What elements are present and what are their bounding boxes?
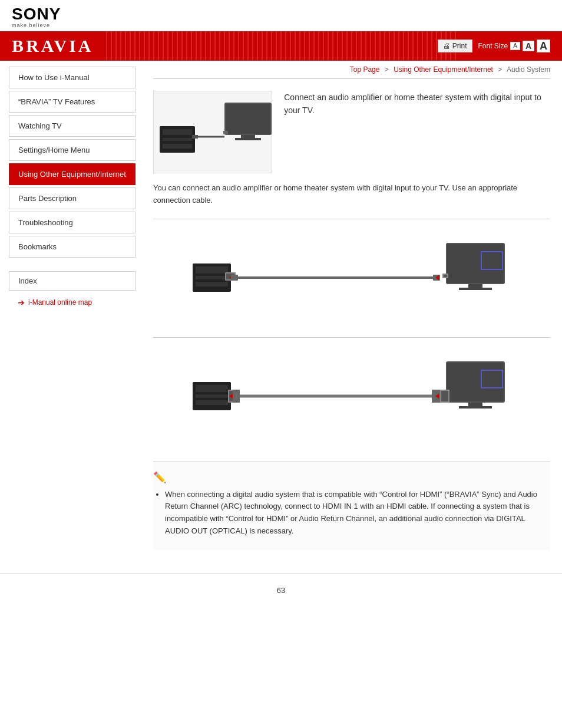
font-size-large-button[interactable]: A [537, 39, 550, 52]
body-description: You can connect an audio amplifier or ho… [153, 182, 550, 207]
sony-tagline: make.believe [12, 22, 61, 28]
main-layout: How to Use i-Manual “BRAVIA” TV Features… [0, 61, 562, 562]
sidebar-item-using-other-equipment[interactable]: Using Other Equipment/Internet [9, 163, 135, 185]
svg-rect-32 [196, 400, 228, 405]
svg-rect-41 [447, 363, 504, 401]
svg-rect-14 [196, 282, 228, 286]
svg-rect-31 [196, 394, 228, 398]
breadcrumb: Top Page > Using Other Equipment/Interne… [153, 61, 550, 78]
svg-rect-12 [196, 266, 228, 274]
sidebar-item-index[interactable]: Index [9, 271, 135, 291]
sidebar-item-parts-description[interactable]: Parts Description [9, 187, 135, 209]
sidebar-online-map-link[interactable]: ➔ i-Manual online map [9, 293, 141, 312]
svg-rect-2 [163, 138, 192, 141]
bravia-title: BRAVIA [12, 36, 93, 56]
breadcrumb-sep-2: > [498, 65, 502, 74]
svg-marker-46 [441, 391, 448, 401]
svg-rect-13 [196, 276, 228, 279]
svg-rect-25 [459, 288, 492, 290]
svg-rect-43 [459, 406, 492, 409]
note-list: When connecting a digital audio system t… [153, 489, 550, 538]
intro-content: Connect an audio amplifier or home theat… [153, 91, 550, 173]
font-size-controls: Font Size A A A [478, 39, 551, 52]
svg-rect-30 [196, 385, 228, 392]
sidebar-item-troubleshooting[interactable]: Troubleshooting [9, 212, 135, 233]
page-number: 63 [277, 586, 285, 595]
top-header: SONY make.believe [0, 0, 562, 31]
print-icon: 🖨 [443, 42, 450, 50]
breadcrumb-top-page[interactable]: Top Page [350, 65, 380, 74]
page-footer: 63 [0, 574, 562, 607]
svg-rect-8 [241, 135, 255, 138]
note-icon: ✏️ [153, 471, 550, 484]
svg-rect-23 [447, 244, 504, 283]
svg-rect-42 [468, 403, 482, 406]
intro-text-block: Connect an audio amplifier or home theat… [284, 91, 550, 117]
svg-rect-9 [235, 138, 261, 140]
diagram-section-hdmi [153, 337, 550, 456]
banner-controls: 🖨 Print Font Size A A A [438, 39, 550, 52]
diagram-section-optical [153, 219, 550, 337]
intro-image [153, 91, 272, 173]
svg-rect-4 [192, 135, 198, 139]
sony-text: SONY [12, 6, 61, 22]
note-item-1: When connecting a digital audio system t… [165, 489, 550, 538]
svg-rect-28 [444, 275, 447, 277]
svg-rect-10 [223, 131, 228, 134]
svg-marker-37 [233, 390, 240, 403]
arrow-icon: ➔ [18, 298, 25, 307]
sidebar-item-settings-home-menu[interactable]: Settings/Home Menu [9, 139, 135, 161]
optical-diagram-svg [181, 231, 523, 325]
intro-diagram-svg [154, 91, 272, 173]
svg-rect-19 [231, 275, 238, 281]
hdmi-diagram-svg [181, 350, 523, 444]
breadcrumb-using-other[interactable]: Using Other Equipment/Internet [394, 65, 493, 74]
sidebar-item-how-to-use[interactable]: How to Use i-Manual [9, 67, 135, 88]
svg-rect-7 [226, 104, 270, 134]
sidebar-item-bravia-features[interactable]: “BRAVIA” TV Features [9, 91, 135, 113]
intro-description: Connect an audio amplifier or home theat… [284, 91, 550, 117]
breadcrumb-sep-1: > [385, 65, 389, 74]
print-button[interactable]: 🖨 Print [438, 39, 472, 52]
sidebar-item-watching-tv[interactable]: Watching TV [9, 115, 135, 137]
print-label: Print [452, 42, 467, 50]
svg-rect-1 [163, 129, 192, 135]
font-size-small-button[interactable]: A [510, 42, 520, 50]
bravia-banner: BRAVIA 🖨 Print Font Size A A A [0, 31, 562, 61]
content-area: Top Page > Using Other Equipment/Interne… [141, 61, 562, 562]
sidebar: How to Use i-Manual “BRAVIA” TV Features… [0, 61, 141, 562]
font-size-medium-button[interactable]: A [523, 41, 534, 51]
sidebar-item-bookmarks[interactable]: Bookmarks [9, 236, 135, 258]
font-size-label: Font Size [478, 42, 508, 50]
breadcrumb-current: Audio System [507, 65, 550, 74]
intro-section: Connect an audio amplifier or home theat… [153, 78, 550, 219]
sony-logo: SONY make.believe [12, 6, 61, 28]
note-section: ✏️ When connecting a digital audio syste… [153, 462, 550, 550]
svg-rect-24 [468, 284, 482, 288]
svg-rect-3 [163, 144, 192, 149]
